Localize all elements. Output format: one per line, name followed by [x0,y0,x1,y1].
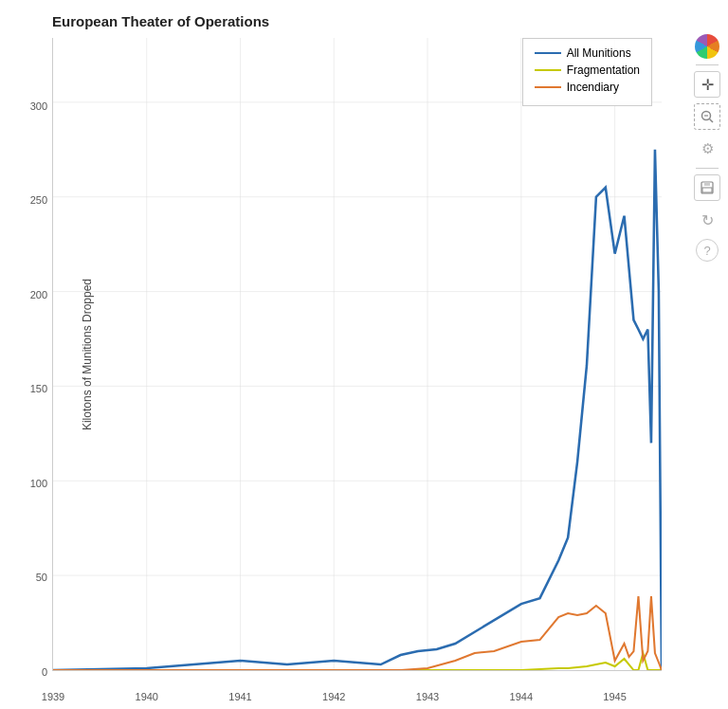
toolbar: ✛ ⚙ ↻ ? [690,34,724,262]
y-tick-300: 300 [30,100,47,112]
legend-label-fragmentation: Fragmentation [567,64,640,77]
x-tick-1941: 1941 [228,691,251,702]
y-tick-150: 150 [30,383,47,394]
toolbar-divider-1 [696,64,719,65]
y-tick-0: 0 [42,666,47,678]
x-tick-1944: 1944 [510,691,533,702]
legend: All Munitions Fragmentation Incendiary [522,38,652,106]
svg-rect-17 [702,188,712,192]
zoom-icon [700,109,715,124]
save-button[interactable] [694,174,720,201]
x-tick-1945: 1945 [603,691,626,702]
svg-rect-16 [704,182,710,186]
y-tick-250: 250 [30,194,47,206]
legend-line-fragmentation [535,69,561,71]
legend-label-incendiary: Incendiary [567,81,619,94]
toolbar-divider-2 [696,168,719,169]
chart-svg: .grid { stroke: #ddd; stroke-width: 0.5;… [53,38,662,670]
y-tick-100: 100 [30,478,47,489]
legend-item-all-munitions: All Munitions [535,46,640,60]
save-icon [700,180,715,195]
legend-label-all-munitions: All Munitions [567,46,631,60]
chart-area: .grid { stroke: #ddd; stroke-width: 0.5;… [52,38,662,671]
chart-container: European Theater of Operations Kilotons … [0,0,728,709]
x-tick-1942: 1942 [322,691,345,702]
y-tick-200: 200 [30,289,47,300]
x-tick-1943: 1943 [416,691,439,702]
x-tick-1940: 1940 [136,691,158,702]
logo-button[interactable] [695,34,719,59]
y-axis-ticks: 300 250 200 150 100 50 0 [15,38,51,670]
incendiary-line [53,596,662,670]
help-button[interactable]: ? [696,239,719,262]
pan-button[interactable]: ✛ [694,71,720,98]
settings-button[interactable]: ⚙ [694,136,720,162]
refresh-button[interactable]: ↻ [694,207,720,233]
legend-item-fragmentation: Fragmentation [535,64,640,77]
legend-item-incendiary: Incendiary [535,81,640,94]
x-tick-1939: 1939 [42,691,64,702]
chart-title: European Theater of Operations [52,13,269,29]
legend-line-incendiary [535,86,561,88]
y-tick-50: 50 [36,572,47,583]
svg-line-13 [710,119,714,123]
zoom-button[interactable] [694,103,720,130]
legend-line-all-munitions [535,52,561,54]
all-munitions-line [53,150,662,670]
